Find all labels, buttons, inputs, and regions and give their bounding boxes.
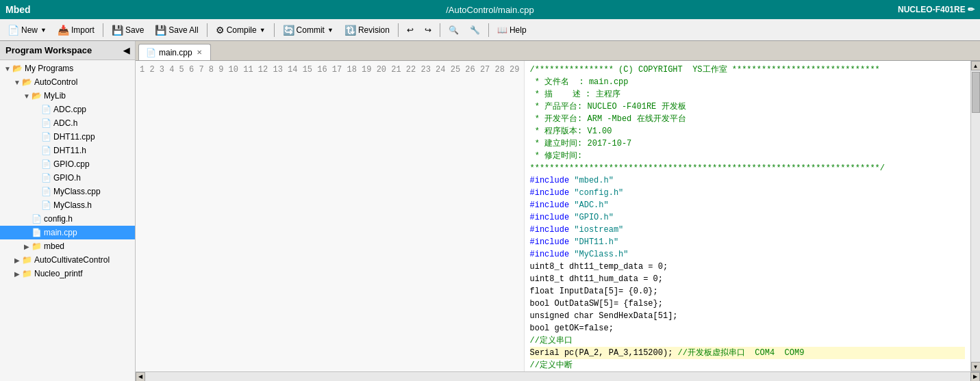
save-all-button[interactable]: 💾 Save All [150,22,203,38]
compile-button[interactable]: ⚙ Compile ▼ [211,22,271,38]
save-button[interactable]: 💾 Save [107,22,149,38]
tree-icon-autocultivate: 📁 [22,255,32,265]
tree-label-mbed: mbed [44,241,64,251]
import-button[interactable]: 📥 Import [53,22,99,38]
code-line-25: //定义中断 [530,359,966,371]
tree-item-my-programs[interactable]: ▼📂My Programs [0,62,135,75]
commit-button[interactable]: 🔄 Commit ▼ [278,22,338,38]
tree-item-myclass-h[interactable]: 📄MyClass.h [0,198,135,212]
sidebar-title: Program Workspace [5,45,92,55]
tree-icon-myclass-h: 📄 [41,200,51,210]
code-line-8: * 修定时间: [530,150,966,162]
tab-close-button[interactable]: ✕ [195,49,203,56]
h-scroll-track[interactable] [145,372,970,382]
tree-item-adc-cpp[interactable]: 📄ADC.cpp [0,103,135,116]
code-line-6: * 程序版本: V1.00 [530,125,966,137]
scroll-up-button[interactable]: ▲ [971,61,981,70]
separator-1 [103,23,103,37]
sidebar-collapse-icon[interactable]: ◀ [123,46,129,55]
code-line-7: * 建立时间: 2017-10-7 [530,137,966,150]
code-line-21: unsigned char SendHexData[51]; [530,310,966,322]
tree-label-autocontrol: AutoControl [34,77,77,87]
tree-icon-mylib: 📂 [32,91,42,101]
tree-icon-gpio-cpp: 📄 [41,159,51,169]
code-line-15: #include "DHT11.h" [530,236,966,248]
tree-item-nucleo-printf[interactable]: ▶📁Nucleo_printf [0,267,135,280]
compile-icon: ⚙ [216,25,225,36]
code-editor[interactable]: 1 2 3 4 5 6 7 8 9 10 11 12 13 14 15 16 1… [136,61,980,371]
code-line-10: #include "mbed.h" [530,174,966,187]
tab-icon: 📄 [146,48,156,57]
tree-label-myclass-h: MyClass.h [53,200,92,210]
scroll-track[interactable] [971,70,981,362]
tree-icon-gpio-h: 📄 [41,173,51,183]
redo-icon: ↪ [425,25,431,35]
tree-item-mbed[interactable]: ▶📁mbed [0,239,135,253]
tree-icon-my-programs: 📂 [12,64,23,73]
tree-item-myclass-cpp[interactable]: 📄MyClass.cpp [0,185,135,198]
tree-label-adc-cpp: ADC.cpp [53,105,86,114]
tree-item-config-h[interactable]: 📄config.h [0,212,135,226]
code-line-22: bool getOK=false; [530,322,966,334]
search-button[interactable]: 🔍 [444,22,464,38]
scroll-left-button[interactable]: ◀ [136,372,145,382]
code-line-17: uint8_t dht11_temp_data = 0; [530,261,966,273]
tree-icon-myclass-cpp: 📄 [41,187,51,196]
tree-item-autocultivate[interactable]: ▶📁AutoCultivateControl [0,253,135,267]
code-line-14: #include "iostream" [530,224,966,236]
scroll-down-button[interactable]: ▼ [971,362,981,371]
scroll-thumb[interactable] [972,72,980,113]
tree-label-dht11-cpp: DHT11.cpp [53,132,95,142]
tree-label-dht11-h: DHT11.h [53,146,86,155]
revision-button[interactable]: 🔃 Revision [340,22,394,38]
separator-4 [398,23,399,37]
tree-item-mylib[interactable]: ▼📂MyLib [0,89,135,103]
tree-item-autocontrol[interactable]: ▼📂AutoControl [0,75,135,89]
code-line-4: * 产品平台: NUCLEO -F401RE 开发板 [530,101,966,113]
code-line-16: #include "MyClass.h" [530,248,966,261]
tree-icon-mbed: 📁 [32,241,42,251]
tree-icon-dht11-h: 📄 [41,146,51,155]
tree-item-adc-h[interactable]: 📄ADC.h [0,116,135,130]
tools-button[interactable]: 🔧 [465,22,485,38]
tree-item-gpio-cpp[interactable]: 📄GPIO.cpp [0,157,135,171]
tree-label-myclass-cpp: MyClass.cpp [53,187,101,196]
separator-3 [274,23,275,37]
tree-label-my-programs: My Programs [25,64,73,73]
tree-item-dht11-cpp[interactable]: 📄DHT11.cpp [0,130,135,144]
editor-tab-main-cpp[interactable]: 📄 main.cpp ✕ [138,44,211,60]
separator-6 [488,23,489,37]
tree-item-main-cpp[interactable]: 📄main.cpp [0,226,135,239]
tree-label-gpio-h: GPIO.h [53,173,81,183]
code-line-2: * 文件名 : main.cpp [530,76,966,88]
sidebar-header: Program Workspace ◀ [0,41,135,60]
tree-label-autocultivate: AutoCultivateControl [34,255,110,265]
code-line-1: /**************** (C) COPYRIGHT YS工作室 **… [530,64,966,76]
save-icon: 💾 [112,25,123,36]
scroll-right-button[interactable]: ▶ [970,372,980,382]
tree-icon-autocontrol: 📂 [22,77,32,87]
tree-item-dht11-h[interactable]: 📄DHT11.h [0,144,135,157]
code-content[interactable]: /**************** (C) COPYRIGHT YS工作室 **… [525,61,971,371]
vertical-scrollbar[interactable]: ▲ ▼ [970,61,980,371]
tree-toggle-autocontrol: ▼ [12,79,22,86]
undo-button[interactable]: ↩ [402,22,418,38]
sidebar-tree: ▼📂My Programs▼📂AutoControl▼📂MyLib📄ADC.cp… [0,60,135,381]
redo-button[interactable]: ↪ [420,22,436,38]
new-icon: 📄 [8,25,19,36]
code-line-19: float InputData[5]= {0.0}; [530,285,966,298]
horizontal-scrollbar[interactable]: ◀ ▶ [136,371,980,381]
code-line-13: #include "GPIO.h" [530,211,966,224]
tree-toggle-mbed: ▶ [22,243,32,250]
separator-5 [440,23,440,37]
new-button[interactable]: 📄 New ▼ [3,22,51,38]
new-dropdown-arrow: ▼ [40,27,47,34]
code-line-5: * 开发平台: ARM -Mbed 在线开发平台 [530,113,966,125]
tree-icon-nucleo-printf: 📁 [22,269,32,278]
tree-item-gpio-h[interactable]: 📄GPIO.h [0,171,135,185]
compile-dropdown-arrow: ▼ [260,27,266,34]
tree-toggle-nucleo-printf: ▶ [12,270,22,278]
tree-icon-config-h: 📄 [32,214,42,224]
help-button[interactable]: 📖 Help [492,22,531,38]
import-icon: 📥 [58,25,69,36]
